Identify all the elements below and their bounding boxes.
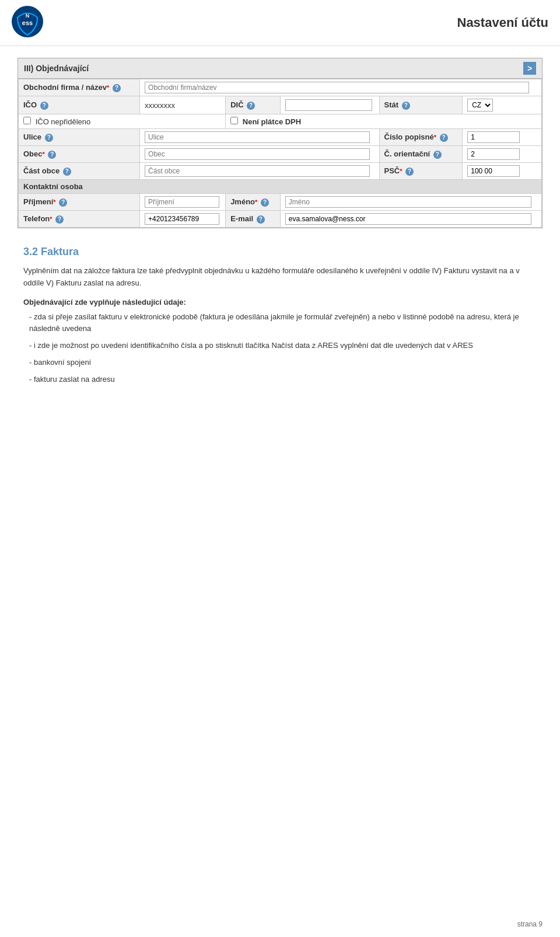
- ulice-label: Ulice ?: [19, 129, 140, 146]
- obchodni-firma-input-cell: [140, 79, 542, 96]
- form-table: Obchodní firma / název* ? IČO ? xxxxxxxx…: [18, 79, 542, 228]
- email-input-cell: [280, 211, 541, 228]
- psc-input[interactable]: [467, 165, 520, 177]
- stat-input-cell: CZ: [463, 96, 542, 114]
- bullet-item-3: - bankovní spojení: [23, 357, 537, 369]
- neni-platce-dph-label: Není plátce DPH: [243, 117, 301, 126]
- kontaktni-osoba-row: Kontaktní osoba: [19, 180, 542, 194]
- obec-label: Obec* ?: [19, 146, 140, 163]
- table-row: Část obce ? PSČ* ?: [19, 163, 542, 180]
- page-title: Nastavení účtu: [457, 15, 549, 30]
- telefon-input-cell: [140, 211, 226, 228]
- section-title-label: III) Objednávající: [24, 64, 89, 73]
- ulice-help-icon[interactable]: ?: [45, 134, 53, 142]
- ico-nepridleno-checkbox[interactable]: [23, 117, 31, 124]
- jmeno-input-cell: [280, 194, 541, 211]
- email-help-icon[interactable]: ?: [257, 215, 265, 224]
- bullet-item-1: - zda si přeje zasílat fakturu v elektro…: [23, 311, 537, 336]
- dic-help-icon[interactable]: ?: [247, 102, 255, 110]
- faktura-intro: Vyplněním dat na záložce faktura lze tak…: [23, 265, 537, 290]
- stat-help-icon[interactable]: ?: [402, 102, 410, 110]
- c-orientacni-help-icon[interactable]: ?: [433, 151, 442, 159]
- telefon-label: Telefon* ?: [19, 211, 140, 228]
- email-input[interactable]: [285, 213, 532, 225]
- cislo-popisne-input-cell: [463, 129, 542, 146]
- telefon-help-icon[interactable]: ?: [55, 215, 64, 224]
- cast-obce-input[interactable]: [145, 165, 370, 177]
- logo: N ess: [12, 6, 44, 40]
- ico-nepridleno-label: IČO nepřiděleno: [36, 117, 91, 126]
- dic-input[interactable]: [285, 99, 373, 111]
- obec-help-icon[interactable]: ?: [48, 151, 56, 159]
- dic-label: DIČ ?: [226, 96, 281, 114]
- section-toggle-button[interactable]: >: [523, 62, 536, 75]
- psc-input-cell: [463, 163, 542, 180]
- page-number: strana 9: [517, 920, 542, 928]
- table-row: Obec* ? Č. orientační ?: [19, 146, 542, 163]
- cast-obce-input-cell: [140, 163, 379, 180]
- stat-label: Stát ?: [379, 96, 463, 114]
- obchodni-firma-label: Obchodní firma / název* ?: [19, 79, 140, 96]
- c-orientacni-input-cell: [463, 146, 542, 163]
- ulice-input[interactable]: [145, 131, 370, 143]
- table-row: IČO nepřiděleno Není plátce DPH: [19, 114, 542, 129]
- table-row: Telefon* ? E-mail ?: [19, 211, 542, 228]
- page-footer: strana 9: [517, 920, 542, 928]
- obec-input-cell: [140, 146, 379, 163]
- prijmeni-input-cell: [140, 194, 226, 211]
- cislo-popisne-label: Číslo popisné* ?: [379, 129, 463, 146]
- table-row: Obchodní firma / název* ?: [19, 79, 542, 96]
- table-row: IČO ? xxxxxxxx DIČ ? Stát ?: [19, 96, 542, 114]
- faktura-subtitle: Objednávající zde vyplňuje následující ú…: [23, 298, 537, 306]
- cislo-popisne-input[interactable]: [467, 131, 520, 143]
- neni-platce-dph-checkbox[interactable]: [230, 117, 238, 124]
- prijmeni-label: Příjmení* ?: [19, 194, 140, 211]
- help-icon[interactable]: ?: [113, 84, 121, 92]
- prijmeni-input[interactable]: [145, 196, 219, 208]
- cast-obce-help-icon[interactable]: ?: [63, 168, 71, 176]
- cast-obce-label: Část obce ?: [19, 163, 140, 180]
- stat-select[interactable]: CZ: [467, 99, 493, 112]
- obchodni-firma-input[interactable]: [145, 82, 528, 93]
- jmeno-label: Jméno* ?: [226, 194, 281, 211]
- jmeno-input[interactable]: [285, 196, 532, 208]
- table-row: Příjmení* ? Jméno* ?: [19, 194, 542, 211]
- ico-value: xxxxxxxx: [145, 101, 175, 110]
- obec-input[interactable]: [145, 148, 370, 160]
- jmeno-help-icon[interactable]: ?: [261, 198, 269, 207]
- telefon-input[interactable]: [145, 213, 219, 225]
- c-orientacni-input[interactable]: [467, 148, 520, 160]
- ulice-input-cell: [140, 129, 379, 146]
- faktura-section: 3.2 Faktura Vyplněním dat na záložce fak…: [18, 246, 542, 386]
- ico-value-cell: xxxxxxxx: [140, 96, 226, 114]
- bullet-item-2: - i zde je možnost po uvedení identifika…: [23, 340, 537, 352]
- objednavajici-section: III) Objednávající > Obchodní firma / ná…: [18, 58, 542, 228]
- cislo-popisne-help-icon[interactable]: ?: [440, 134, 448, 142]
- c-orientacni-label: Č. orientační ?: [379, 146, 463, 163]
- email-label: E-mail ?: [226, 211, 281, 228]
- table-row: Ulice ? Číslo popisné* ?: [19, 129, 542, 146]
- psc-label: PSČ* ?: [379, 163, 463, 180]
- kontaktni-osoba-label: Kontaktní osoba: [19, 180, 542, 194]
- bullet-item-4: - fakturu zaslat na adresu: [23, 374, 537, 386]
- psc-help-icon[interactable]: ?: [405, 168, 414, 176]
- page-header: N ess Nastavení účtu: [0, 0, 560, 46]
- ico-label: IČO ?: [19, 96, 140, 114]
- dic-input-cell: [280, 96, 379, 114]
- ico-help-icon[interactable]: ?: [40, 102, 48, 110]
- svg-text:ess: ess: [22, 19, 33, 26]
- main-content: III) Objednávající > Obchodní firma / ná…: [0, 46, 560, 402]
- ico-nepridleno-cell: IČO nepřiděleno: [19, 114, 226, 129]
- section-header: III) Objednávající >: [18, 58, 542, 79]
- prijmeni-help-icon[interactable]: ?: [59, 198, 67, 207]
- faktura-title: 3.2 Faktura: [23, 246, 537, 258]
- neni-platce-cell: Není plátce DPH: [226, 114, 542, 129]
